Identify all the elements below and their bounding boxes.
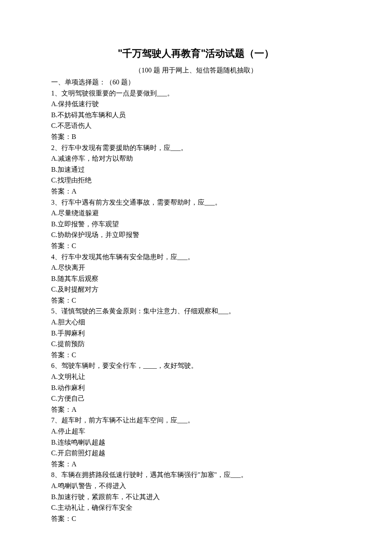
- option: B.立即报警，停车观望: [51, 219, 341, 230]
- option: B.连续鸣喇叭超越: [51, 437, 341, 448]
- option: B.加速通过: [51, 164, 341, 175]
- question-stem: 3、行车中遇有前方发生交通事故，需要帮助时，应___。: [51, 197, 341, 208]
- option: B.不妨碍其他车辆和人员: [51, 110, 341, 121]
- option: A.文明礼让: [51, 371, 341, 382]
- question-stem: 8、车辆在拥挤路段低速行驶时，遇其他车辆强行"加塞"，应___。: [51, 469, 341, 480]
- answer-line: 答案：A: [51, 404, 341, 415]
- question-number: 6、: [51, 362, 61, 369]
- answer-value: C: [72, 242, 76, 249]
- option: C.开启前照灯超越: [51, 448, 341, 459]
- option: C.不恶语伤人: [51, 120, 341, 131]
- answer-value: A: [72, 460, 77, 468]
- option: B.加速行驶，紧跟前车，不让其进入: [51, 491, 341, 503]
- question-stem: 6、驾驶车辆时，要安全行车，____，友好驾驶。: [51, 360, 341, 371]
- option: A.减速停车，给对方以帮助: [51, 153, 341, 164]
- option: A.保持低速行驶: [51, 98, 341, 110]
- question-text-post: 。: [215, 199, 222, 206]
- blank: ___: [157, 90, 167, 97]
- option: B.随其车后观察: [51, 273, 341, 284]
- question-text-post: ，友好驾驶。: [157, 362, 198, 369]
- question-text-pre: 驾驶车辆时，要安全行车，: [61, 362, 143, 369]
- answer-value: A: [72, 406, 77, 413]
- question-number: 1、: [51, 90, 61, 97]
- question-text-post: 。: [241, 471, 248, 478]
- answer-prefix: 答案：: [51, 351, 72, 358]
- question-text-pre: 行车中发现有需要援助的车辆时，应: [61, 144, 170, 151]
- question-text-pre: 谨慎驾驶的三条黄金原则：集中注意力、仔细观察和: [61, 307, 218, 315]
- option: C.及时提醒对方: [51, 284, 341, 295]
- answer-line: 答案：C: [51, 295, 341, 306]
- answer-value: A: [72, 188, 77, 195]
- question-stem: 2、行车中发现有需要援助的车辆时，应___。: [51, 142, 341, 153]
- answer-value: C: [72, 515, 76, 522]
- question-text-post: 。: [181, 144, 187, 151]
- answer-value: C: [72, 297, 76, 304]
- question-number: 2、: [51, 144, 61, 151]
- answer-line: 答案：B: [51, 131, 341, 142]
- answer-line: 答案：C: [51, 350, 341, 361]
- answer-prefix: 答案：: [51, 515, 72, 522]
- blank: ___: [218, 307, 228, 315]
- option: A.尽量绕道躲避: [51, 208, 341, 219]
- option: C.找理由拒绝: [51, 175, 341, 186]
- option: C.提前预防: [51, 338, 341, 350]
- answer-prefix: 答案：: [51, 297, 72, 304]
- question-text-post: 。: [187, 253, 194, 260]
- question-text-pre: 车辆在拥挤路段低速行驶时，遇其他车辆强行"加塞"，应: [61, 471, 231, 478]
- blank: ___: [177, 416, 187, 424]
- answer-line: 答案：A: [51, 459, 341, 470]
- answer-prefix: 答案：: [51, 406, 72, 413]
- answer-value: C: [72, 351, 76, 358]
- question-number: 7、: [51, 416, 61, 424]
- option: B.手脚麻利: [51, 328, 341, 339]
- page-title: "千万驾驶人再教育"活动试题（一）: [51, 47, 341, 60]
- question-text-post: 。: [228, 307, 235, 315]
- question-text-pre: 超车时，前方车辆不让出超车空间，应: [61, 416, 177, 424]
- section-header: 一、单项选择题：（60 题）: [51, 77, 341, 88]
- question-stem: 1、文明驾驶很重要的一点是要做到___。: [51, 88, 341, 99]
- question-number: 3、: [51, 199, 61, 206]
- question-stem: 7、超车时，前方车辆不让出超车空间，应___。: [51, 415, 341, 426]
- option: C.主动礼让，确保行车安全: [51, 502, 341, 513]
- question-number: 5、: [51, 307, 61, 315]
- question-stem: 5、谨慎驾驶的三条黄金原则：集中注意力、仔细观察和___。: [51, 306, 341, 317]
- blank: ___: [205, 199, 215, 206]
- option: A.停止超车: [51, 426, 341, 437]
- question-text-post: 。: [187, 416, 194, 424]
- option: C.方便自己: [51, 393, 341, 404]
- question-text-pre: 行车中遇有前方发生交通事故，需要帮助时，应: [61, 199, 205, 206]
- option: A.尽快离开: [51, 262, 341, 273]
- answer-line: 答案：A: [51, 186, 341, 197]
- option: B.动作麻利: [51, 382, 341, 393]
- blank: ___: [231, 471, 241, 478]
- answer-line: 答案：C: [51, 240, 341, 251]
- answer-prefix: 答案：: [51, 242, 72, 249]
- answer-value: B: [72, 133, 76, 140]
- question-list: 1、文明驾驶很重要的一点是要做到___。A.保持低速行驶B.不妨碍其他车辆和人员…: [51, 88, 341, 524]
- option: C.协助保护现场，并立即报警: [51, 229, 341, 240]
- question-text-post: 。: [167, 90, 174, 97]
- option: A.鸣喇叭警告，不得进入: [51, 480, 341, 491]
- blank: ____: [143, 362, 157, 369]
- answer-prefix: 答案：: [51, 188, 72, 195]
- answer-prefix: 答案：: [51, 133, 72, 140]
- question-number: 8、: [51, 471, 61, 478]
- blank: ___: [170, 144, 181, 151]
- answer-line: 答案：C: [51, 513, 341, 524]
- question-number: 4、: [51, 253, 61, 260]
- blank: ___: [177, 253, 187, 260]
- question-text-pre: 行车中发现其他车辆有安全隐患时，应: [61, 253, 177, 260]
- answer-prefix: 答案：: [51, 460, 72, 468]
- page-subtitle: （100 题 用于网上、短信答题随机抽取）: [51, 66, 341, 75]
- option: A.胆大心细: [51, 317, 341, 328]
- question-stem: 4、行车中发现其他车辆有安全隐患时，应___。: [51, 251, 341, 263]
- question-text-pre: 文明驾驶很重要的一点是要做到: [61, 90, 157, 97]
